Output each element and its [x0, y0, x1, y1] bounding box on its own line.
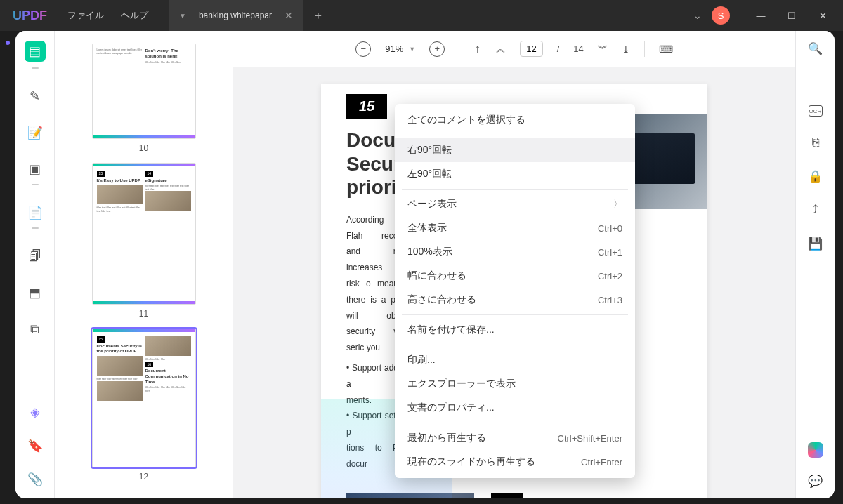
- compress-icon[interactable]: ⧉: [26, 320, 44, 338]
- left-toolbar: ▤ ✎ 📝 ▣ 📄 🗐 ⬒ ⧉ ◈ 🔖 📎: [15, 31, 55, 498]
- ctx-print[interactable]: 印刷...: [395, 348, 635, 372]
- tab-dropdown-icon[interactable]: ▼: [179, 12, 186, 20]
- ctx-save-as[interactable]: 名前を付けて保存...: [395, 318, 635, 342]
- ctx-zoom-100[interactable]: 100%表示Ctrl+1: [395, 240, 635, 264]
- edit-icon[interactable]: 📝: [26, 124, 44, 142]
- share-icon[interactable]: ⤴: [808, 202, 823, 218]
- chat-icon[interactable]: 💬: [808, 473, 823, 489]
- ctx-page-display[interactable]: ページ表示〉: [395, 192, 635, 216]
- ctx-fit-height[interactable]: 高さに合わせるCtrl+3: [395, 288, 635, 312]
- zoom-value[interactable]: 91%: [385, 44, 403, 54]
- bookmark-icon[interactable]: 🔖: [26, 437, 44, 455]
- tools-icon[interactable]: 🗐: [26, 247, 44, 265]
- right-toolbar: 🔍 OCR ⎘ 🔒 ⤴ 💾 💬: [795, 31, 835, 498]
- zoom-dropdown-icon[interactable]: ▼: [409, 46, 415, 53]
- maximize-button[interactable]: ☐: [781, 11, 802, 21]
- document-tab[interactable]: ▼ banking whitepapar ✕: [169, 0, 303, 31]
- close-button[interactable]: ✕: [812, 11, 833, 21]
- prev-page-icon[interactable]: ︽: [496, 43, 506, 55]
- tab-close-icon[interactable]: ✕: [285, 10, 293, 21]
- menu-help[interactable]: ヘルプ: [121, 9, 148, 22]
- thumbnail-panel: Lorem ipsum dolor sit amet text lines fi…: [55, 31, 233, 498]
- app-logo: UPDF: [0, 8, 60, 23]
- ctx-properties[interactable]: 文書のプロパティ...: [395, 396, 635, 420]
- thumb-label-10: 10: [55, 143, 233, 153]
- page-input[interactable]: 12: [520, 41, 542, 57]
- protect-icon[interactable]: 🔒: [808, 168, 823, 184]
- thumbnail-10[interactable]: Lorem ipsum dolor sit amet text lines fi…: [92, 44, 196, 139]
- ctx-fit-width[interactable]: 幅に合わせるCtrl+2: [395, 264, 635, 288]
- pages-icon[interactable]: ▣: [26, 160, 44, 178]
- thumb-label-12: 12: [55, 472, 233, 482]
- attachment-icon[interactable]: 📎: [26, 470, 44, 489]
- thumbnail-12[interactable]: 15 Documents Security is the priority of…: [92, 329, 196, 467]
- ctx-select-all-comments[interactable]: 全てのコメントを選択する: [395, 108, 635, 132]
- save-icon[interactable]: 💾: [808, 236, 823, 251]
- tabs-overflow-icon[interactable]: ⌄: [693, 10, 702, 21]
- chevron-right-icon: 〉: [613, 198, 622, 211]
- new-tab-button[interactable]: ＋: [303, 8, 334, 23]
- tab-title: banking whitepapar: [199, 11, 272, 20]
- zoom-in-button[interactable]: +: [429, 41, 445, 57]
- form-icon[interactable]: 📄: [26, 204, 44, 222]
- presentation-icon[interactable]: ⌨: [659, 44, 673, 55]
- ctx-explorer[interactable]: エクスプローラーで表示: [395, 372, 635, 396]
- thumb-label-11: 11: [55, 309, 233, 319]
- menu-file[interactable]: ファイル: [67, 9, 104, 22]
- top-toolbar: − 91% ▼ + ⤒ ︽ 12 / 14 ︾ ⤓ ⌨: [233, 31, 795, 67]
- next-page-icon[interactable]: ︾: [598, 43, 608, 55]
- minimize-button[interactable]: —: [750, 11, 771, 21]
- page-total: 14: [573, 44, 583, 54]
- ai-icon[interactable]: [808, 442, 823, 458]
- ctx-rotate-right[interactable]: 右90°回転: [395, 138, 635, 162]
- section-number: 15: [346, 94, 387, 119]
- zoom-out-button[interactable]: −: [355, 41, 371, 57]
- notification-dot: [6, 41, 10, 45]
- ctx-rotate-left[interactable]: 左90°回転: [395, 162, 635, 186]
- highlight-icon[interactable]: ✎: [26, 87, 44, 105]
- ctx-fit-all[interactable]: 全体表示Ctrl+0: [395, 216, 635, 240]
- reader-mode-icon[interactable]: ▤: [25, 41, 46, 62]
- layers-icon[interactable]: ◈: [26, 403, 44, 421]
- context-menu: 全てのコメントを選択する 右90°回転 左90°回転 ページ表示〉 全体表示Ct…: [395, 104, 635, 478]
- ocr-icon[interactable]: OCR: [809, 105, 823, 117]
- crop-icon[interactable]: ⬒: [26, 284, 44, 302]
- user-avatar[interactable]: S: [712, 6, 730, 25]
- first-page-icon[interactable]: ⤒: [473, 44, 482, 55]
- thumbnail-11[interactable]: 13 It's Easy to Use UPDF filler text fil…: [92, 163, 196, 305]
- title-bar: UPDF ファイル ヘルプ ▼ banking whitepapar ✕ ＋ ⌄…: [0, 0, 843, 31]
- last-page-icon[interactable]: ⤓: [622, 44, 630, 55]
- search-icon[interactable]: 🔍: [808, 41, 823, 56]
- export-icon[interactable]: ⎘: [808, 135, 823, 150]
- ctx-play-current[interactable]: 現在のスライドから再生するCtrl+Enter: [395, 450, 635, 474]
- ctx-play-begin[interactable]: 最初から再生するCtrl+Shift+Enter: [395, 426, 635, 450]
